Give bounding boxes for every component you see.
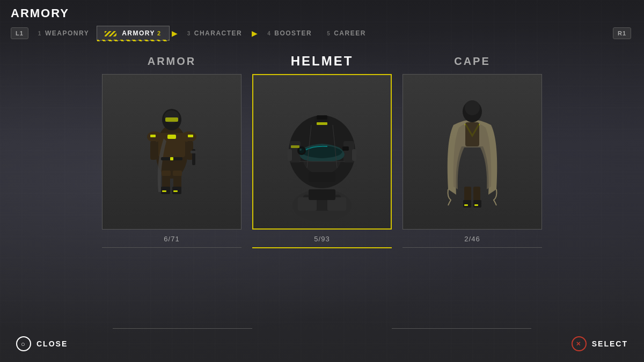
tab-armory-label: ARMORY: [122, 29, 155, 37]
category-helmet[interactable]: HELMET: [247, 54, 397, 69]
svg-rect-20: [150, 141, 157, 160]
select-label: SELECT: [592, 339, 628, 348]
svg-rect-19: [173, 190, 178, 192]
nav-right-button[interactable]: R1: [613, 27, 631, 39]
tab-booster[interactable]: 4 BOOSTER: [260, 26, 319, 40]
tab-career-num: 5: [327, 31, 331, 36]
card-cape-divider: [402, 247, 542, 248]
armor-figure-svg: [134, 87, 209, 216]
close-icon: ○: [16, 336, 31, 351]
line-cape: [392, 328, 531, 329]
category-armor[interactable]: ARMOR: [97, 55, 247, 68]
svg-rect-40: [342, 146, 349, 151]
card-helmet[interactable]: 5/93: [247, 74, 397, 248]
svg-rect-33: [317, 115, 327, 120]
nav-tabs: L1 1 WEAPONRY: [11, 24, 633, 43]
svg-rect-1: [105, 31, 116, 36]
category-cape[interactable]: CAPE: [397, 55, 547, 68]
svg-rect-55: [464, 204, 468, 206]
cards-row: 6/71: [0, 74, 644, 328]
card-armor-inner: [102, 74, 241, 230]
card-helmet-divider: [252, 247, 392, 248]
svg-rect-41: [317, 122, 327, 125]
bottom-decorative-lines: [0, 328, 644, 329]
svg-point-38: [299, 148, 304, 153]
categories-row: ARMOR HELMET CAPE: [0, 43, 644, 74]
tab-booster-label: BOOSTER: [274, 29, 312, 37]
close-label: CLOSE: [36, 339, 68, 348]
card-helmet-count: 5/93: [314, 235, 330, 243]
tab-armory-num: [105, 30, 119, 36]
svg-rect-54: [473, 200, 481, 208]
tab-arrow-2: ▶: [252, 29, 258, 38]
close-button[interactable]: ○ CLOSE: [16, 336, 68, 351]
cape-figure-svg: [437, 87, 507, 216]
svg-rect-11: [165, 117, 178, 122]
select-button[interactable]: ✕ SELECT: [572, 336, 628, 351]
tab-character[interactable]: 3 CHARACTER: [180, 26, 250, 40]
tab-armory[interactable]: ARMORY 2: [97, 26, 170, 41]
card-armor-count: 6/71: [164, 235, 179, 243]
tab-character-label: CHARACTER: [194, 29, 243, 37]
svg-rect-14: [162, 171, 171, 176]
tab-character-num: 3: [187, 31, 191, 36]
page-title: ARMORY: [11, 6, 633, 20]
line-armor: [113, 328, 252, 329]
bottom-row: ○ CLOSE ✕ SELECT: [0, 331, 644, 362]
svg-rect-48: [465, 122, 479, 146]
svg-point-50: [465, 100, 480, 115]
svg-rect-36: [309, 172, 335, 182]
svg-rect-4: [167, 135, 176, 139]
svg-rect-18: [162, 190, 166, 192]
tab-career[interactable]: 5 CAREER: [319, 26, 374, 40]
tab-weaponry-num: 1: [38, 31, 42, 36]
tab-armory-number: 2: [157, 30, 162, 36]
svg-rect-15: [173, 171, 182, 176]
tab-career-label: CAREER: [334, 29, 366, 37]
svg-rect-53: [463, 200, 471, 208]
svg-rect-8: [188, 135, 193, 137]
card-helmet-inner: [252, 74, 392, 230]
card-cape-inner: [402, 74, 542, 230]
card-armor[interactable]: 6/71: [97, 74, 247, 248]
header: ARMORY L1 1 WEAPONRY: [0, 0, 644, 43]
svg-rect-56: [474, 204, 478, 206]
svg-rect-47: [352, 149, 356, 161]
svg-rect-42: [291, 145, 299, 148]
helmet-figure-svg: [263, 82, 381, 221]
tab-arrow-1: ▶: [172, 29, 178, 38]
tab-booster-num: 4: [267, 31, 271, 36]
svg-point-39: [299, 149, 302, 151]
svg-rect-46: [288, 149, 292, 161]
svg-rect-25: [170, 157, 173, 160]
svg-rect-23: [191, 151, 197, 153]
svg-rect-7: [150, 135, 156, 137]
card-armor-divider: [102, 247, 241, 248]
line-helmet: [252, 328, 392, 329]
card-cape-count: 2/46: [464, 235, 480, 243]
select-icon: ✕: [572, 336, 587, 351]
tab-weaponry[interactable]: 1 WEAPONRY: [31, 26, 97, 40]
tab-weaponry-label: WEAPONRY: [45, 29, 89, 37]
main-content: ARMORY L1 1 WEAPONRY: [0, 0, 644, 362]
card-cape[interactable]: 2/46: [397, 74, 547, 248]
nav-left-button[interactable]: L1: [11, 27, 28, 39]
svg-rect-30: [309, 189, 335, 200]
